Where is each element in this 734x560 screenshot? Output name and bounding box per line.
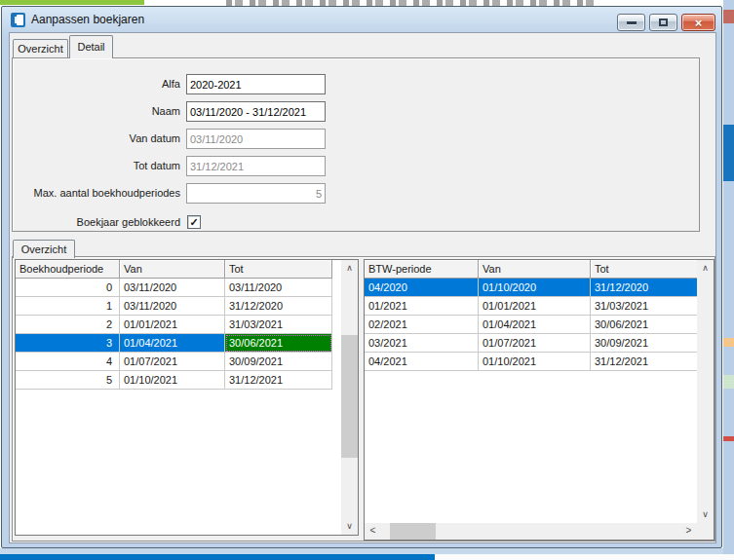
background-window-fragment — [723, 338, 734, 347]
window-title: Aanpassen boekjaren — [31, 13, 144, 26]
table-cell[interactable]: 03/2021 — [365, 334, 479, 353]
tab-overzicht[interactable]: Overzicht — [13, 39, 68, 57]
table-cell[interactable]: 30/06/2021 — [591, 316, 698, 334]
table-cell[interactable]: 01/07/2021 — [120, 353, 225, 371]
boekjaar-geblokkeerd-checkbox[interactable]: ✓ — [187, 215, 201, 229]
table-cell[interactable]: 31/12/2021 — [225, 371, 332, 390]
scroll-left-icon[interactable]: < — [365, 523, 381, 540]
right-table-hscrollbar[interactable]: < > — [365, 523, 697, 540]
screen: Aanpassen boekjaren × Overzicht Detail A… — [0, 0, 734, 560]
table-row[interactable]: 401/07/202130/09/2021 — [16, 353, 358, 371]
input-alfa[interactable] — [186, 74, 326, 94]
column-header-btw-periode[interactable]: BTW-periode — [365, 260, 479, 279]
table-cell[interactable]: 01/10/2021 — [479, 353, 591, 371]
table-row[interactable]: 01/202101/01/202131/03/2021 — [365, 297, 714, 316]
table-cell[interactable]: 03/11/2020 — [120, 279, 225, 297]
table-header: BoekhoudperiodeVanTot — [16, 260, 358, 279]
table-cell[interactable]: 31/03/2021 — [591, 297, 698, 316]
background-window-fragment — [723, 125, 734, 181]
table-cell[interactable]: 30/06/2021 — [225, 334, 332, 353]
table-cell[interactable]: 01/07/2021 — [479, 334, 591, 353]
table-row[interactable]: 103/11/202031/12/2020 — [16, 297, 358, 316]
background-window-edge — [723, 0, 734, 560]
form-row-checkbox: Boekjaar geblokkeerd✓ — [13, 212, 699, 233]
right-table-vscrollbar[interactable]: ∧ ∨ — [697, 260, 714, 523]
detail-panel: AlfaNaamVan datumTot datumMax. aantal bo… — [12, 57, 700, 232]
btw-periode-table: BTW-periodeVanTot04/202001/10/202031/12/… — [364, 259, 715, 541]
table-cell[interactable]: 03/11/2020 — [120, 297, 225, 316]
table-cell[interactable]: 2 — [16, 316, 120, 334]
table-row[interactable]: 201/01/202131/03/2021 — [16, 316, 358, 334]
table-row[interactable]: 501/10/202131/12/2021 — [16, 371, 358, 390]
form-row-tot-datum: Tot datum — [13, 156, 699, 176]
left-table-vscrollbar[interactable]: ∧ ∨ — [341, 260, 358, 535]
scroll-up-icon[interactable]: ∧ — [697, 260, 714, 277]
table-row[interactable]: 003/11/202003/11/2020 — [16, 279, 358, 297]
input-naam[interactable] — [186, 101, 326, 122]
table-row[interactable]: 301/04/202130/06/2021 — [16, 334, 358, 353]
table-cell[interactable]: 30/09/2021 — [225, 353, 332, 371]
table-cell[interactable]: 31/12/2020 — [225, 297, 332, 316]
table-cell[interactable]: 31/12/2021 — [591, 353, 698, 371]
scroll-up-icon[interactable]: ∧ — [341, 260, 358, 277]
table-row[interactable]: 02/202101/04/202130/06/2021 — [365, 316, 714, 334]
table-cell[interactable]: 01/10/2021 — [120, 371, 225, 390]
boekhoudperiode-table: BoekhoudperiodeVanTot003/11/202003/11/20… — [15, 259, 359, 536]
scroll-right-icon[interactable]: > — [680, 523, 697, 540]
background-window-fragment — [435, 554, 734, 560]
table-row[interactable]: 04/202101/10/202131/12/2021 — [365, 353, 714, 371]
form-row-naam: Naam — [13, 101, 699, 122]
table-cell[interactable]: 4 — [16, 353, 120, 371]
minimize-icon — [627, 21, 637, 24]
table-cell[interactable]: 04/2020 — [365, 279, 479, 297]
scrollbar-thumb[interactable] — [341, 335, 358, 458]
label-naam: Naam — [13, 101, 180, 122]
window-controls: × — [617, 14, 715, 31]
form-row-alfa: Alfa — [13, 74, 699, 94]
table-cell[interactable]: 1 — [16, 297, 120, 316]
input-tot-datum — [186, 156, 326, 176]
scrollbar-corner — [697, 523, 714, 540]
table-cell[interactable]: 01/01/2021 — [120, 316, 225, 334]
label-alfa: Alfa — [13, 74, 180, 94]
table-cell[interactable]: 0 — [16, 279, 120, 297]
input-van-datum — [186, 129, 326, 149]
scrollbar-thumb[interactable] — [390, 523, 436, 540]
table-cell[interactable]: 01/04/2021 — [120, 334, 225, 353]
column-header-van[interactable]: Van — [479, 260, 591, 279]
close-button[interactable]: × — [681, 14, 715, 31]
table-cell[interactable]: 30/09/2021 — [591, 334, 698, 353]
table-cell[interactable]: 02/2021 — [365, 316, 479, 334]
tab-detail[interactable]: Detail — [69, 35, 113, 58]
table-cell[interactable]: 3 — [16, 334, 120, 353]
table-cell[interactable]: 01/2021 — [365, 297, 479, 316]
column-header-van[interactable]: Van — [120, 260, 225, 279]
label-tot-datum: Tot datum — [13, 156, 180, 176]
form-row-max-aantal-boekhoudperiodes: Max. aantal boekhoudperiodes — [13, 183, 699, 204]
table-row[interactable]: 03/202101/07/202130/09/2021 — [365, 334, 714, 353]
table-cell[interactable]: 01/04/2021 — [479, 316, 591, 334]
table-cell[interactable]: 31/03/2021 — [225, 316, 332, 334]
column-header-tot[interactable]: Tot — [591, 260, 698, 279]
minimize-button[interactable] — [617, 14, 645, 31]
label-van-datum: Van datum — [13, 129, 180, 149]
input-max-aantal-boekhoudperiodes — [186, 183, 326, 204]
table-row[interactable]: 04/202001/10/202031/12/2020 — [365, 279, 714, 297]
background-window-fragment — [723, 10, 734, 23]
dialog-aanpassen-boekjaren: Aanpassen boekjaren × Overzicht Detail A… — [1, 6, 722, 548]
column-header-boekhoudperiode[interactable]: Boekhoudperiode — [16, 260, 120, 279]
table-cell[interactable]: 01/10/2020 — [479, 279, 591, 297]
label-boekjaar-geblokkeerd: Boekjaar geblokkeerd — [13, 212, 180, 233]
table-cell[interactable]: 5 — [16, 371, 120, 390]
table-cell[interactable]: 01/01/2021 — [479, 297, 591, 316]
column-header-tot[interactable]: Tot — [225, 260, 332, 279]
table-cell[interactable]: 04/2021 — [365, 353, 479, 371]
form-row-van-datum: Van datum — [13, 129, 699, 149]
table-cell[interactable]: 31/12/2020 — [591, 279, 698, 297]
scroll-down-icon[interactable]: ∨ — [341, 518, 358, 535]
table-cell[interactable]: 03/11/2020 — [225, 279, 332, 297]
tab-overzicht-lower[interactable]: Overzicht — [13, 240, 75, 258]
maximize-button[interactable] — [649, 14, 677, 31]
scroll-down-icon[interactable]: ∨ — [697, 506, 714, 523]
titlebar[interactable]: Aanpassen boekjaren × — [2, 7, 721, 33]
